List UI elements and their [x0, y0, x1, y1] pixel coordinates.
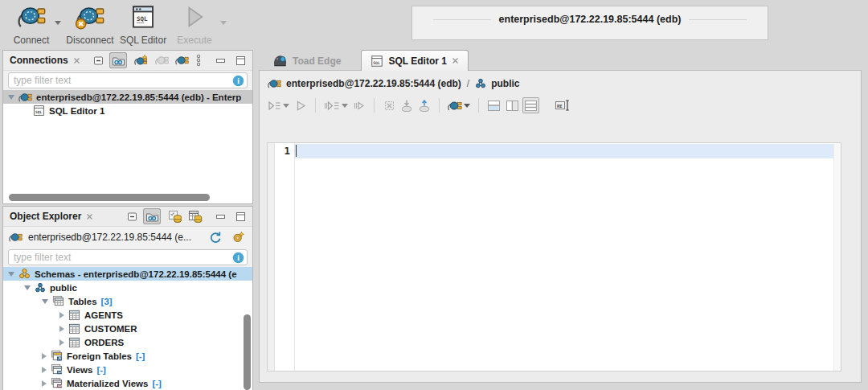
connect-button[interactable]: Connect	[8, 4, 55, 46]
show-table-data-icon[interactable]	[186, 208, 204, 224]
sql-editor-button[interactable]: SQL SQL Editor	[119, 4, 167, 46]
tree-label: Views	[67, 365, 92, 375]
layout-split-horizontal-icon[interactable]	[485, 97, 502, 113]
object-explorer-connection-row[interactable]: enterprisedb@172.22.19.85:5444 (e...	[3, 227, 252, 248]
editor-scrollbar-track[interactable]	[833, 143, 841, 371]
tab-toad-edge[interactable]: Toad Edge	[264, 51, 350, 71]
info-icon[interactable]: i	[232, 252, 244, 264]
step-execute-icon[interactable]	[351, 97, 367, 113]
connection-plug-icon	[18, 92, 32, 103]
expand-arrow-icon[interactable]	[59, 339, 64, 346]
execute-all-statements-icon[interactable]	[266, 97, 291, 113]
connections-toolbar	[89, 52, 252, 68]
breadcrumb: enterprisedb@172.22.19.85:5444 (edb) / p…	[260, 71, 861, 93]
expand-arrow-icon[interactable]	[42, 353, 47, 359]
object-explorer-header: Object Explorer	[3, 207, 252, 227]
editor-text-content[interactable]	[295, 143, 841, 371]
filter-objects-icon[interactable]	[229, 229, 247, 245]
schema-icon	[475, 78, 486, 89]
show-system-objects-icon[interactable]	[166, 208, 184, 224]
tree-row-orders[interactable]: ORDERS	[3, 335, 252, 349]
object-explorer-tab[interactable]: Object Explorer	[3, 207, 100, 226]
layout-split-vertical-icon[interactable]	[504, 97, 521, 113]
editor-toolbar: RE	[260, 93, 861, 117]
expand-arrow-icon[interactable]	[8, 272, 14, 277]
close-icon[interactable]	[452, 57, 459, 64]
link-with-editor-icon[interactable]	[109, 52, 127, 68]
connection-tree-label: enterprisedb@172.22.19.85:5444 (edb) - E…	[36, 92, 241, 102]
maximize-icon[interactable]	[231, 52, 249, 68]
connections-panel: Connections	[2, 50, 253, 204]
object-explorer-filter-input[interactable]	[8, 249, 248, 265]
step-execute-all-icon[interactable]	[322, 97, 350, 113]
tree-row-foreign-tables[interactable]: Foreign Tables [-]	[3, 349, 252, 363]
editor-tab-bar: Toad Edge SQL SQL Editor 1	[259, 50, 862, 71]
connection-title-box: enterprisedb@172.22.19.85:5444 (edb)	[411, 6, 768, 40]
connections-tab[interactable]: Connections	[3, 51, 87, 70]
tree-label: Schemas - enterprisedb@172.22.19.85:5444…	[35, 269, 237, 279]
title-decor-line-left	[433, 19, 491, 20]
object-explorer-tree: Schemas - enterprisedb@172.22.19.85:5444…	[3, 267, 252, 390]
commit-icon[interactable]	[399, 97, 415, 113]
expand-arrow-icon[interactable]	[8, 95, 14, 100]
sql-editor-tree-row[interactable]: SQL SQL Editor 1	[3, 104, 252, 117]
collapse-all-icon[interactable]	[123, 208, 141, 224]
execute-dropdown-caret[interactable]	[220, 21, 227, 25]
tree-row-schemas[interactable]: Schemas - enterprisedb@172.22.19.85:5444…	[3, 267, 252, 281]
collapse-all-icon[interactable]	[89, 52, 107, 68]
execute-statement-icon[interactable]	[293, 97, 309, 113]
expand-arrow-icon[interactable]	[59, 312, 64, 318]
refresh-icon[interactable]	[206, 229, 223, 245]
maximize-icon[interactable]	[231, 208, 249, 224]
tab-sql-editor-1[interactable]: SQL SQL Editor 1	[361, 50, 468, 71]
minimize-icon[interactable]	[211, 208, 229, 224]
breadcrumb-connection[interactable]: enterprisedb@172.22.19.85:5444 (edb)	[286, 78, 461, 89]
toad-edge-window: Connect Disconnect SQL	[0, 0, 868, 390]
disconnect-button[interactable]: Disconnect	[64, 4, 116, 46]
layout-unified-icon[interactable]	[522, 97, 539, 113]
breadcrumb-schema[interactable]: public	[491, 78, 519, 89]
expand-arrow-icon[interactable]	[42, 299, 48, 304]
sql-editor-area[interactable]: 1	[267, 142, 841, 372]
expand-arrow-icon[interactable]	[59, 326, 64, 332]
vertical-scrollbar-thumb[interactable]	[244, 314, 251, 390]
close-icon[interactable]	[86, 213, 93, 220]
editor-panel: Toad Edge SQL SQL Editor 1 enterprisedb@…	[259, 50, 862, 383]
connect-tool-icon[interactable]	[173, 52, 190, 68]
tree-row-materialized-views[interactable]: mat Materialized Views [-]	[3, 376, 252, 390]
svg-text:RE: RE	[557, 104, 563, 109]
expand-arrow-icon[interactable]	[42, 380, 47, 387]
link-with-editor-icon[interactable]	[143, 208, 161, 224]
tree-row-views[interactable]: sel Views [-]	[3, 363, 252, 376]
tree-label: Tables	[68, 297, 97, 306]
expand-arrow-icon[interactable]	[42, 367, 47, 373]
stop-execution-icon[interactable]	[381, 97, 397, 113]
horizontal-scrollbar[interactable]	[5, 193, 251, 202]
execute-button[interactable]: Execute	[172, 4, 217, 46]
schema-icon	[35, 282, 46, 294]
editor-body: enterprisedb@172.22.19.85:5444 (edb) / p…	[259, 70, 862, 383]
svg-text:i: i	[237, 254, 240, 262]
new-connection-icon[interactable]	[133, 52, 150, 68]
tree-row-public[interactable]: public	[3, 281, 252, 294]
sql-editor-window-icon: SQL	[130, 4, 156, 30]
disconnect-tool-icon[interactable]	[153, 52, 170, 68]
tree-count-badge: [-]	[152, 379, 162, 388]
connections-filter-input[interactable]	[8, 72, 248, 88]
tree-row-agents[interactable]: AGENTS	[3, 308, 252, 322]
connect-dropdown-caret[interactable]	[55, 21, 61, 25]
view-menu-icon[interactable]	[193, 52, 204, 68]
tree-row-tables[interactable]: Tables [3]	[3, 294, 252, 308]
connection-selector-icon[interactable]	[446, 97, 472, 113]
minimize-icon[interactable]	[211, 52, 229, 68]
close-icon[interactable]	[73, 57, 80, 64]
rollback-icon[interactable]	[416, 97, 432, 113]
svg-text:i: i	[237, 77, 240, 85]
expand-arrow-icon[interactable]	[24, 285, 31, 290]
connection-tree-row[interactable]: enterprisedb@172.22.19.85:5444 (edb) - E…	[3, 90, 252, 104]
tree-row-customer[interactable]: CUSTOMER	[3, 322, 252, 335]
info-icon[interactable]: i	[232, 75, 244, 87]
horizontal-scrollbar-thumb[interactable]	[9, 194, 210, 201]
result-as-text-icon[interactable]: RE	[553, 97, 572, 113]
sql-file-icon: SQL	[33, 105, 45, 117]
